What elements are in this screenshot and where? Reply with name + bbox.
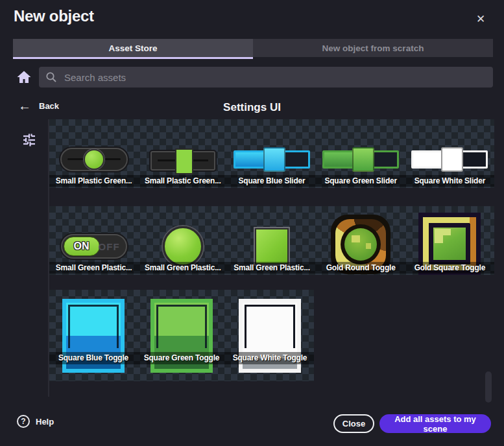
asset-label: Square White Slider bbox=[405, 175, 494, 187]
asset-label: Gold Round Toggle bbox=[317, 262, 405, 274]
asset-card-small-green-plastic-toggle[interactable]: ON OFF Small Green Plastic... bbox=[49, 206, 138, 275]
search-bar bbox=[39, 67, 493, 88]
asset-card-square-green-toggle[interactable]: Square Green Toggle bbox=[138, 290, 226, 381]
asset-label: Square White Toggle bbox=[226, 352, 314, 364]
toggle-off-label: OFF bbox=[99, 241, 120, 252]
add-all-assets-button[interactable]: Add all assets to my scene bbox=[379, 414, 491, 433]
square-blue-slider-art bbox=[234, 147, 310, 172]
asset-label: Small Plastic Green... bbox=[138, 175, 227, 187]
help-button[interactable]: ? Help bbox=[17, 415, 54, 428]
asset-label: Square Blue Toggle bbox=[49, 352, 138, 364]
asset-label: Small Green Plastic... bbox=[227, 262, 316, 274]
asset-card-small-plastic-green-rect-slider[interactable]: Small Plastic Green... bbox=[138, 119, 227, 188]
asset-label: Square Green Toggle bbox=[138, 352, 226, 364]
onoff-toggle-art: ON OFF bbox=[61, 234, 127, 259]
asset-label: Small Plastic Green... bbox=[49, 175, 138, 187]
tab-scratch-label: New object from scratch bbox=[322, 43, 424, 53]
asset-card-small-green-plastic-round[interactable]: Small Green Plastic... bbox=[138, 206, 227, 275]
asset-grid-row-3: Square Blue Toggle Square Green Toggle S… bbox=[49, 290, 314, 381]
help-icon: ? bbox=[17, 415, 30, 428]
asset-card-square-blue-slider[interactable]: Square Blue Slider bbox=[227, 119, 316, 188]
green-circle-button-art bbox=[163, 226, 203, 266]
tab-asset-store-label: Asset Store bbox=[108, 43, 157, 53]
asset-label: Square Green Slider bbox=[317, 175, 405, 187]
pill-slider-art bbox=[60, 148, 128, 171]
asset-card-square-white-toggle[interactable]: Square White Toggle bbox=[226, 290, 314, 381]
asset-grid-row-2: ON OFF Small Green Plastic... Small Gree… bbox=[49, 206, 494, 275]
square-green-slider-art bbox=[322, 147, 399, 172]
asset-label: Gold Square Toggle bbox=[405, 262, 494, 274]
asset-label: Small Green Plastic... bbox=[49, 262, 138, 274]
asset-label: Square Blue Slider bbox=[227, 175, 316, 187]
tab-asset-store[interactable]: Asset Store bbox=[13, 39, 253, 57]
asset-card-square-blue-toggle[interactable]: Square Blue Toggle bbox=[49, 290, 138, 381]
help-label: Help bbox=[36, 417, 54, 427]
active-tab-underline bbox=[13, 57, 253, 59]
green-square-button-art bbox=[255, 228, 289, 264]
asset-card-square-white-slider[interactable]: Square White Slider bbox=[405, 119, 494, 188]
asset-card-small-green-plastic-square[interactable]: Small Green Plastic... bbox=[227, 206, 316, 275]
tab-bar: Asset Store New object from scratch bbox=[13, 39, 493, 57]
section-title: Settings UI bbox=[0, 101, 504, 114]
filter-icon[interactable] bbox=[21, 130, 39, 148]
asset-card-square-green-slider[interactable]: Square Green Slider bbox=[317, 119, 405, 188]
asset-grid-row-1: Small Plastic Green... Small Plastic Gre… bbox=[49, 119, 494, 188]
tab-new-object-from-scratch[interactable]: New object from scratch bbox=[253, 39, 493, 57]
home-icon[interactable] bbox=[16, 68, 33, 86]
rect-slider-art bbox=[150, 148, 215, 170]
asset-card-gold-square-toggle[interactable]: Gold Square Toggle bbox=[405, 206, 494, 275]
square-white-slider-art bbox=[411, 147, 488, 172]
new-object-dialog: New object ✕ Asset Store New object from… bbox=[0, 0, 504, 446]
asset-card-gold-round-toggle[interactable]: Gold Round Toggle bbox=[317, 206, 405, 275]
asset-card-small-plastic-green-slider[interactable]: Small Plastic Green... bbox=[49, 119, 138, 188]
close-icon[interactable]: ✕ bbox=[472, 10, 489, 27]
toggle-on-label: ON bbox=[64, 237, 100, 256]
search-input[interactable] bbox=[63, 71, 486, 84]
search-icon bbox=[45, 71, 57, 83]
asset-label: Small Green Plastic... bbox=[138, 262, 227, 274]
close-button[interactable]: Close bbox=[333, 414, 374, 433]
scrollbar-thumb[interactable] bbox=[485, 371, 492, 403]
dialog-title: New object bbox=[14, 7, 94, 25]
